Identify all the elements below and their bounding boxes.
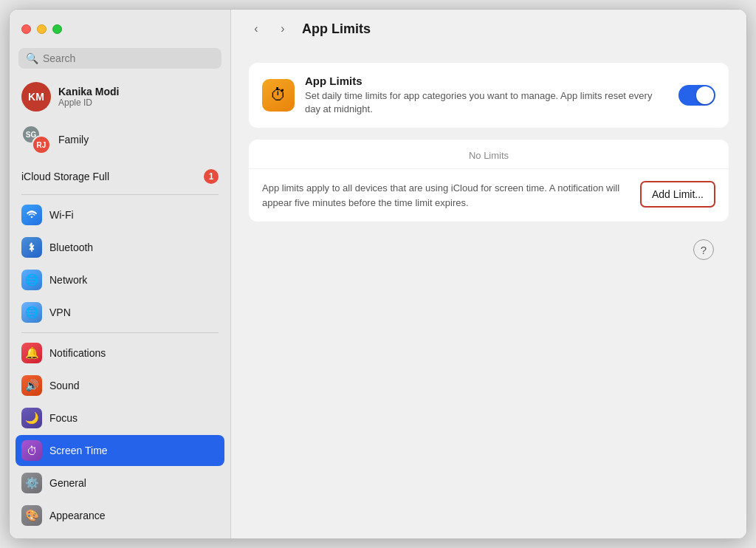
sidebar-item-network[interactable]: 🌐 Network bbox=[16, 264, 224, 295]
card-title: App Limits bbox=[305, 75, 668, 87]
family-avatar-2: RJ bbox=[32, 135, 51, 154]
sidebar-item-screentime-label: Screen Time bbox=[49, 445, 108, 456]
sidebar-item-vpn[interactable]: 🌐 VPN bbox=[16, 297, 224, 328]
maximize-button[interactable] bbox=[52, 24, 62, 34]
family-item[interactable]: SG RJ Family bbox=[16, 119, 224, 160]
sidebar-content: KM Kanika Modi Apple ID SG RJ Family bbox=[10, 76, 230, 538]
minimize-button[interactable] bbox=[37, 24, 47, 34]
sidebar-item-general[interactable]: ⚙️ General bbox=[16, 467, 224, 499]
sidebar-item-wifi-label: Wi-Fi bbox=[49, 209, 74, 221]
no-limits-body: App limits apply to all devices that are… bbox=[249, 169, 729, 222]
search-input[interactable] bbox=[43, 52, 214, 64]
sidebar-item-sound-label: Sound bbox=[49, 380, 79, 391]
sidebar-item-appearance-label: Appearance bbox=[49, 510, 106, 521]
help-button[interactable]: ? bbox=[693, 239, 714, 260]
icloud-badge: 1 bbox=[204, 169, 219, 184]
app-limits-card-row: ⏱ App Limits Set daily time limits for a… bbox=[249, 63, 729, 128]
sidebar-item-general-label: General bbox=[49, 477, 86, 489]
app-limits-toggle[interactable] bbox=[678, 85, 715, 106]
vpn-icon: 🌐 bbox=[21, 302, 42, 323]
main-body: ⏱ App Limits Set daily time limits for a… bbox=[231, 48, 746, 538]
app-limits-card: ⏱ App Limits Set daily time limits for a… bbox=[249, 63, 729, 128]
card-text: App Limits Set daily time limits for app… bbox=[305, 75, 668, 116]
close-button[interactable] bbox=[21, 24, 31, 34]
user-item[interactable]: KM Kanika Modi Apple ID bbox=[16, 76, 224, 117]
limits-section: No Limits App limits apply to all device… bbox=[249, 140, 729, 222]
family-label: Family bbox=[58, 134, 89, 145]
user-subtitle: Apple ID bbox=[58, 97, 119, 108]
focus-icon: 🌙 bbox=[21, 408, 42, 428]
forward-button[interactable]: › bbox=[272, 18, 293, 39]
page-title: App Limits bbox=[302, 21, 371, 37]
sidebar-item-wifi[interactable]: Wi-Fi bbox=[16, 199, 224, 230]
sidebar-item-vpn-label: VPN bbox=[49, 306, 71, 318]
no-limits-text: App limits apply to all devices that are… bbox=[262, 181, 628, 210]
main-content: ‹ › App Limits ⏱ App Limits Set daily ti… bbox=[231, 10, 746, 538]
icloud-storage-item[interactable]: iCloud Storage Full 1 bbox=[16, 163, 224, 190]
add-limit-button[interactable]: Add Limit... bbox=[640, 181, 715, 208]
user-name: Kanika Modi bbox=[58, 86, 119, 97]
sidebar-item-network-label: Network bbox=[49, 274, 87, 286]
search-icon: 🔍 bbox=[26, 52, 38, 64]
sidebar-item-notifications-label: Notifications bbox=[49, 347, 106, 359]
general-icon: ⚙️ bbox=[21, 473, 42, 493]
titlebar bbox=[10, 10, 230, 48]
sidebar-item-bluetooth-label: Bluetooth bbox=[49, 242, 93, 253]
back-button[interactable]: ‹ bbox=[246, 18, 267, 39]
appearance-icon: 🎨 bbox=[21, 505, 42, 526]
family-avatars: SG RJ bbox=[21, 125, 51, 154]
sidebar: 🔍 KM Kanika Modi Apple ID SG bbox=[10, 10, 231, 538]
sidebar-item-focus-label: Focus bbox=[49, 412, 78, 424]
network-icon: 🌐 bbox=[21, 270, 42, 290]
screentime-icon: ⏱ bbox=[21, 440, 42, 461]
sidebar-item-focus[interactable]: 🌙 Focus bbox=[16, 403, 224, 434]
sidebar-item-sound[interactable]: 🔊 Sound bbox=[16, 370, 224, 401]
icloud-label: iCloud Storage Full bbox=[21, 171, 109, 182]
divider-2 bbox=[21, 332, 219, 333]
avatar: KM bbox=[21, 82, 51, 112]
sidebar-item-bluetooth[interactable]: Bluetooth bbox=[16, 232, 224, 263]
user-info: Kanika Modi Apple ID bbox=[58, 86, 119, 108]
main-window: 🔍 KM Kanika Modi Apple ID SG bbox=[9, 9, 747, 539]
traffic-lights bbox=[21, 24, 62, 34]
wifi-icon bbox=[21, 205, 42, 225]
no-limits-header: No Limits bbox=[249, 140, 729, 169]
sidebar-item-appearance[interactable]: 🎨 Appearance bbox=[16, 500, 224, 531]
sidebar-item-notifications[interactable]: 🔔 Notifications bbox=[16, 338, 224, 369]
search-bar[interactable]: 🔍 bbox=[18, 48, 221, 69]
card-description: Set daily time limits for app categories… bbox=[305, 89, 668, 116]
bluetooth-icon bbox=[21, 237, 42, 258]
sidebar-item-screentime[interactable]: ⏱ Screen Time bbox=[16, 435, 224, 466]
main-header: ‹ › App Limits bbox=[231, 10, 746, 48]
notifications-icon: 🔔 bbox=[21, 343, 42, 363]
help-row: ? bbox=[249, 233, 729, 269]
app-limits-icon: ⏱ bbox=[262, 79, 295, 112]
divider-1 bbox=[21, 194, 219, 195]
sound-icon: 🔊 bbox=[21, 375, 42, 396]
